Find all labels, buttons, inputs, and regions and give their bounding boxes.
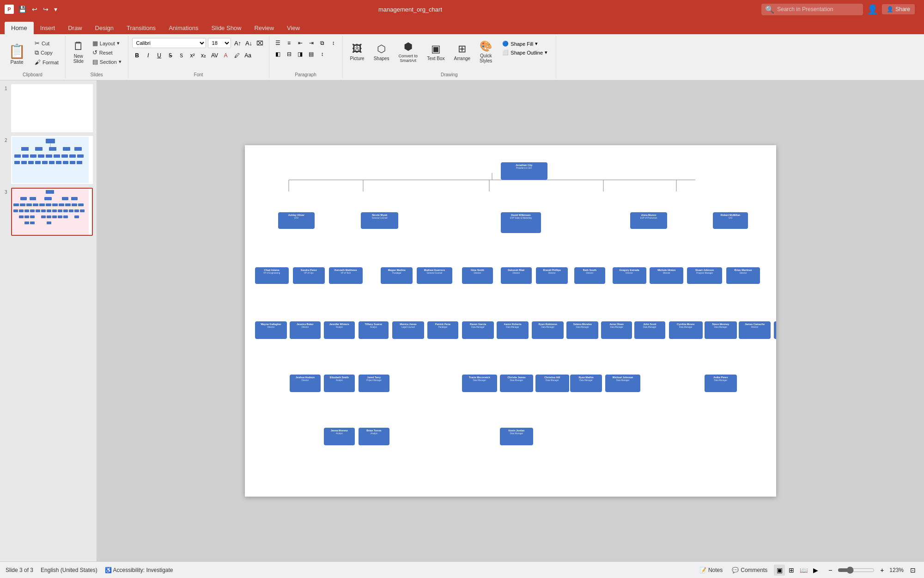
clear-format-button[interactable]: ⌧	[255, 38, 265, 48]
char-spacing-button[interactable]: AV	[210, 50, 220, 61]
org-node-t1[interactable]: Joshua HudsonDirector	[290, 375, 321, 392]
slide-thumbnail-2[interactable]	[11, 136, 93, 184]
strikethrough-button[interactable]: S̶	[165, 50, 176, 61]
undo-button[interactable]: ↩	[30, 5, 39, 14]
share-button[interactable]: 👤 Share	[882, 4, 915, 14]
shapes-button[interactable]: ⬡ Shapes	[370, 38, 393, 66]
org-node-t4[interactable]: Tracie MccormickData Manager	[462, 375, 497, 392]
paste-button[interactable]: 📋 Paste	[4, 38, 30, 69]
org-node-s9[interactable]: Ryan RobinsonData Manager	[532, 321, 564, 339]
org-node-m10[interactable]: Gregory EstradaDirector	[613, 267, 646, 284]
comments-button[interactable]: 💬 Comments	[729, 566, 770, 575]
org-node-t7[interactable]: Ryan MathisData Manager	[570, 375, 602, 392]
org-node-s3[interactable]: Jennifer WintersAnalyst	[324, 321, 355, 339]
org-node-n4[interactable]: Anna MunozEVP of Production	[630, 212, 668, 229]
org-node-t8[interactable]: Michael JohnsonData Manager	[605, 375, 640, 392]
org-node-u1[interactable]: Jenna MorenoAnalyst	[324, 428, 355, 445]
org-node-n3[interactable]: David WilkinsonEVP Sales & Marketing	[501, 212, 541, 233]
shadow-button[interactable]: S	[176, 50, 187, 61]
align-left-button[interactable]: ◧	[273, 49, 283, 59]
text-box-button[interactable]: ▣ Text Box	[423, 38, 448, 66]
reading-view-button[interactable]: 📖	[798, 565, 809, 576]
org-node-s13[interactable]: Cynthia MooreData Manager	[669, 321, 703, 339]
arrange-button[interactable]: ⊞ Arrange	[450, 38, 474, 66]
slide-thumbnail-3[interactable]	[11, 188, 93, 236]
org-node-t6[interactable]: Christina HillData Manager	[535, 375, 569, 392]
org-node-s14[interactable]: Steve MooneyData Manager	[705, 321, 736, 339]
org-node-m2[interactable]: Sandra PerezVP of Ops	[293, 267, 325, 284]
superscript-button[interactable]: x²	[188, 50, 198, 61]
org-node-t3[interactable]: Jared TerryProject Manager	[359, 375, 389, 392]
justify-button[interactable]: ▤	[306, 49, 316, 59]
decrease-indent-button[interactable]: ⇤	[295, 38, 305, 48]
cut-button[interactable]: ✂ Cut	[32, 39, 61, 48]
org-node-m5[interactable]: Mathew GuerreroGeneral Counsel	[417, 267, 452, 284]
redo-button[interactable]: ↪	[41, 5, 50, 14]
canvas-area[interactable]: Jonathan CityPresident & CEOAshley Olive…	[97, 80, 924, 561]
slide-sorter-button[interactable]: ⊞	[786, 565, 797, 576]
org-node-s1[interactable]: Wayne GallagherDirector	[255, 321, 287, 339]
org-node-u3[interactable]: Kevin JordanData Manager	[500, 428, 534, 445]
tab-design[interactable]: Design	[89, 22, 120, 34]
subscript-button[interactable]: x₂	[199, 50, 209, 61]
org-node-m8[interactable]: Brandi PhillipsDirector	[536, 267, 568, 284]
org-node-s16[interactable]: Pamela SanchezDirector	[774, 321, 776, 339]
quick-styles-button[interactable]: 🎨 QuickStyles	[476, 38, 496, 66]
search-box[interactable]: 🔍	[761, 4, 863, 15]
font-name-select[interactable]: Calibri Arial Times New Roman	[132, 38, 206, 48]
bold-button[interactable]: B	[132, 50, 142, 61]
org-node-s12[interactable]: John ScottData Manager	[634, 321, 665, 339]
format-button[interactable]: 🖌 Format	[32, 58, 61, 67]
line-spacing-button[interactable]: ↕	[317, 49, 328, 59]
org-node-t5[interactable]: Christie JamesData Manager	[500, 375, 534, 392]
org-node-n1[interactable]: Ashley OliverCFO	[278, 212, 314, 229]
org-node-m3[interactable]: Kenneth MatthewsVP of Tech	[329, 267, 363, 284]
org-node-s4[interactable]: Tiffany SuarezAnalyst	[359, 321, 389, 339]
zoom-out-button[interactable]: −	[825, 565, 836, 576]
tab-review[interactable]: Review	[248, 22, 280, 34]
shape-outline-button[interactable]: ⬜ Shape Outline ▾	[500, 49, 549, 56]
increase-font-button[interactable]: A↑	[233, 38, 243, 48]
org-node-t9[interactable]: Anika PerezData Manager	[705, 375, 736, 392]
org-node-s5[interactable]: Monica JonesLegal Counsel	[392, 321, 424, 339]
org-node-s10[interactable]: Selena MoralesData Manager	[566, 321, 598, 339]
save-button[interactable]: 💾	[17, 5, 28, 14]
align-right-button[interactable]: ◨	[295, 49, 305, 59]
normal-view-button[interactable]: ▣	[774, 565, 785, 576]
org-node-m12[interactable]: Stuart JohnsonProgram Manager	[687, 267, 722, 284]
org-node-s6[interactable]: Patrick PenaParalegal	[427, 321, 458, 339]
more-button[interactable]: ▾	[52, 5, 59, 14]
new-slide-button[interactable]: 🗒 NewSlide	[69, 38, 88, 66]
org-node-m7[interactable]: Deborah BlairDirector	[501, 267, 532, 284]
org-node-s11[interactable]: Anna OlsenData Manager	[601, 321, 632, 339]
italic-button[interactable]: I	[143, 50, 153, 61]
slideshow-view-button[interactable]: ▶	[810, 565, 821, 576]
tab-slideshow[interactable]: Slide Show	[205, 22, 248, 34]
underline-button[interactable]: U	[154, 50, 164, 61]
org-node-m4[interactable]: Megan MedinaParalegal	[381, 267, 413, 284]
tab-animations[interactable]: Animations	[162, 22, 205, 34]
org-node-m9[interactable]: Beth SouthDirector	[574, 267, 605, 284]
tab-insert[interactable]: Insert	[34, 22, 62, 34]
shape-fill-button[interactable]: 🔵 Shape Fill ▾	[500, 40, 549, 48]
tab-view[interactable]: View	[280, 22, 306, 34]
picture-button[interactable]: 🖼 Picture	[346, 38, 368, 66]
section-button[interactable]: ▤ Section ▾	[90, 57, 124, 66]
org-node-t2[interactable]: Elizabeth SmithAnalyst	[324, 375, 355, 392]
slide-panel[interactable]: 1 2	[0, 80, 97, 561]
layout-button[interactable]: ▦ Layout ▾	[90, 39, 124, 48]
bullet-list-button[interactable]: ☰	[273, 38, 283, 48]
change-case-button[interactable]: Aa	[243, 50, 253, 61]
org-node-m1[interactable]: Chad AdamsVP of Engineering	[255, 267, 289, 284]
decrease-font-button[interactable]: A↓	[244, 38, 254, 48]
slide-thumbnail-1[interactable]	[11, 84, 93, 132]
font-color-button[interactable]: A	[221, 50, 231, 61]
org-node-ceo[interactable]: Jonathan CityPresident & CEO	[501, 162, 547, 180]
notes-button[interactable]: 📝 Notes	[697, 566, 725, 575]
search-input[interactable]	[777, 6, 859, 12]
text-direction-button[interactable]: ↕	[328, 38, 339, 48]
copy-button[interactable]: ⧉ Copy	[32, 48, 61, 57]
tab-home[interactable]: Home	[5, 22, 34, 34]
zoom-in-button[interactable]: +	[876, 565, 888, 576]
reset-button[interactable]: ↺ Reset	[90, 48, 124, 57]
